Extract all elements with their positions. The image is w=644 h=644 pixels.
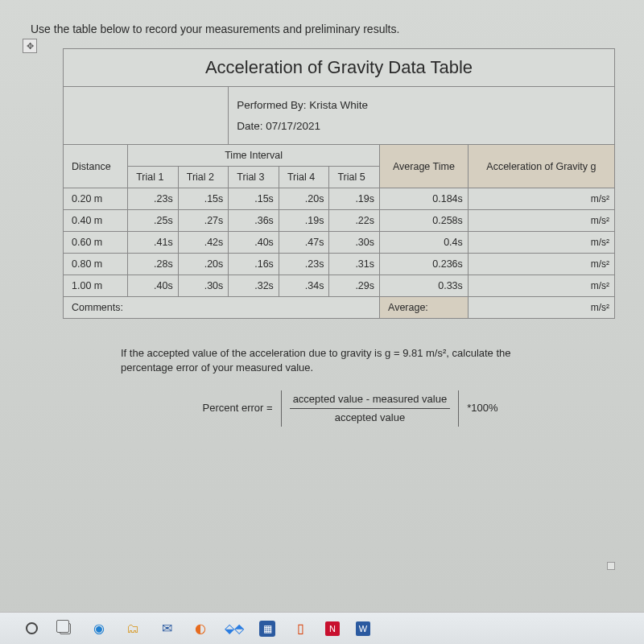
cell-t5: .22s	[329, 210, 380, 232]
cell-t3: .16s	[229, 254, 279, 275]
comments-label: Comments:	[64, 297, 380, 319]
cell-t2: .20s	[178, 254, 229, 275]
windows-taskbar[interactable]: ◉ 🗂 ✉ ◐ ⬙⬘ ▦ ▯ N W	[0, 612, 644, 644]
table-row: 0.40 m .25s .27s .36s .19s .22s 0.258s m…	[64, 210, 615, 232]
word-icon[interactable]: W	[356, 621, 370, 636]
cell-accel: m/s²	[468, 254, 614, 275]
performed-by-value: Krista White	[309, 99, 368, 111]
cell-distance: 0.40 m	[64, 210, 128, 232]
cell-t1: .28s	[128, 254, 179, 275]
average-label: Average:	[380, 297, 469, 319]
file-explorer-icon[interactable]: 🗂	[124, 620, 142, 638]
cell-distance: 0.60 m	[64, 232, 128, 254]
table-meta: Performed By: Krista White Date: 07/17/2…	[229, 87, 615, 145]
cell-t1: .40s	[128, 275, 179, 297]
cell-distance: 0.80 m	[64, 254, 128, 275]
cell-t3: .15s	[229, 188, 279, 210]
app-blue-icon[interactable]: ▦	[259, 621, 275, 637]
question-text: If the accepted value of the acceleratio…	[121, 346, 580, 427]
comments-row: Comments: Average: m/s²	[64, 297, 615, 319]
pe-numerator: accepted value - measured value	[290, 390, 451, 409]
cell-t5: .29s	[329, 275, 380, 297]
cell-t4: .47s	[279, 232, 329, 254]
office-icon[interactable]: ▯	[291, 620, 309, 638]
cell-t2: .27s	[178, 210, 229, 232]
table-row: 0.60 m .41s .42s .40s .47s .30s 0.4s m/s…	[64, 232, 615, 254]
cell-t2: .15s	[178, 188, 229, 210]
col-trial3: Trial 3	[229, 167, 279, 188]
task-view-icon[interactable]	[56, 620, 74, 638]
pe-label: Percent error =	[203, 401, 273, 415]
pe-fraction: accepted value - measured value accepted…	[281, 390, 460, 427]
cell-t5: .30s	[329, 232, 380, 254]
col-accel: Acceleration of Gravity g	[468, 145, 614, 188]
cell-t1: .41s	[128, 232, 179, 254]
cell-t2: .42s	[178, 232, 229, 254]
cell-t3: .36s	[229, 210, 279, 232]
col-trial2: Trial 2	[178, 167, 229, 188]
question-line1: If the accepted value of the acceleratio…	[121, 347, 511, 359]
col-trial4: Trial 4	[279, 167, 329, 188]
cell-t3: .32s	[229, 275, 279, 297]
table-move-handle-icon[interactable]: ✥	[23, 39, 37, 53]
cell-t2: .30s	[178, 275, 229, 297]
cell-accel: m/s²	[468, 275, 614, 297]
cell-t4: .19s	[279, 210, 329, 232]
date-value: 07/17/2021	[266, 120, 320, 132]
cell-distance: 0.20 m	[64, 188, 128, 210]
edge-icon[interactable]: ◉	[90, 620, 108, 638]
table-row: 1.00 m .40s .30s .32s .34s .29s 0.33s m/…	[64, 275, 615, 297]
cell-avg: 0.4s	[380, 232, 469, 254]
percent-error-formula: Percent error = accepted value - measure…	[121, 390, 580, 427]
instruction-text: Use the table below to record your measu…	[0, 23, 644, 39]
pe-times: *100%	[467, 401, 497, 415]
col-time-interval: Time Interval	[128, 145, 380, 167]
cell-t3: .40s	[229, 232, 279, 254]
pe-denominator: accepted value	[332, 409, 408, 427]
app-red-icon[interactable]: N	[325, 621, 340, 636]
col-distance: Distance	[64, 145, 128, 188]
start-circle-icon[interactable]	[23, 620, 40, 638]
cell-avg: 0.184s	[380, 188, 469, 210]
data-table-container: Acceleration of Gravity Data Table Perfo…	[63, 48, 615, 319]
cell-avg: 0.258s	[380, 210, 469, 232]
table-resize-handle-icon[interactable]	[607, 562, 615, 570]
question-line2: percentage error of your measured value.	[121, 361, 313, 374]
performed-by-label: Performed By:	[237, 99, 306, 111]
document-page: Use the table below to record your measu…	[0, 0, 644, 644]
cell-t1: .25s	[128, 210, 179, 232]
cell-avg: 0.33s	[380, 275, 469, 297]
gravity-data-table: Acceleration of Gravity Data Table Perfo…	[63, 48, 615, 319]
cell-t4: .20s	[279, 188, 329, 210]
cell-t5: .19s	[329, 188, 380, 210]
cell-accel: m/s²	[468, 232, 614, 254]
cell-t4: .23s	[279, 254, 329, 275]
date-label: Date:	[237, 120, 262, 132]
table-row: 0.20 m .23s .15s .15s .20s .19s 0.184s m…	[64, 188, 615, 210]
average-unit: m/s²	[468, 297, 614, 319]
firefox-icon[interactable]: ◐	[192, 620, 209, 638]
cell-accel: m/s²	[468, 188, 614, 210]
col-trial1: Trial 1	[128, 167, 179, 188]
cell-t5: .31s	[329, 254, 380, 275]
table-row: 0.80 m .28s .20s .16s .23s .31s 0.236s m…	[64, 254, 615, 275]
mail-icon[interactable]: ✉	[158, 620, 175, 638]
cell-t1: .23s	[128, 188, 179, 210]
cell-t4: .34s	[279, 275, 329, 297]
table-meta-blank	[64, 87, 229, 145]
table-title: Acceleration of Gravity Data Table	[64, 49, 615, 87]
cell-avg: 0.236s	[380, 254, 469, 275]
cell-accel: m/s²	[468, 210, 614, 232]
dropbox-icon[interactable]: ⬙⬘	[225, 620, 243, 638]
cell-distance: 1.00 m	[64, 275, 128, 297]
col-trial5: Trial 5	[329, 167, 380, 188]
col-avg-time: Average Time	[380, 145, 469, 188]
